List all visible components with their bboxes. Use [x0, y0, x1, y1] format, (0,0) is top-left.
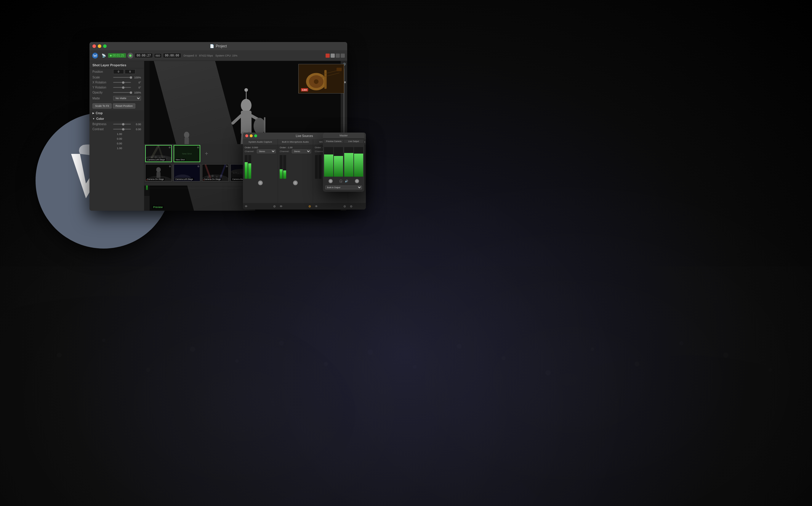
- svg-point-17: [679, 341, 683, 345]
- ls-minimize-button[interactable]: [250, 134, 253, 137]
- shot-label-left-stage-2: Camera-Left-Stage: [175, 178, 194, 180]
- position-x-input[interactable]: [113, 69, 124, 74]
- live-thumbnail-preview: Live: [298, 64, 344, 93]
- preview-meter-r: [334, 147, 343, 177]
- master-output-select[interactable]: Built-In Output: [325, 185, 362, 189]
- extra-value-3: 0.00: [113, 142, 122, 145]
- record-button[interactable]: [127, 53, 133, 59]
- panel-buttons: Scale To Fit Reset Position: [89, 101, 144, 110]
- stream-time-display: 00:01:25: [108, 53, 126, 58]
- master-meters: [324, 144, 363, 177]
- brightness-row: Brightness 0.00: [89, 121, 144, 126]
- svg-point-1: [0, 296, 355, 506]
- ls-footer-1: 👁 ⚙: [243, 203, 278, 209]
- svg-point-13: [501, 356, 506, 360]
- brightness-label: Brightness: [92, 122, 113, 126]
- ls-eye-icon-3[interactable]: 👁: [315, 205, 318, 208]
- shot-thumb-1[interactable]: Camera-Left-Stage ⚙: [145, 145, 172, 162]
- ls-knob-1[interactable]: [258, 180, 263, 185]
- ls-meter-fill-r-2: [283, 170, 286, 179]
- minimize-button[interactable]: [98, 45, 101, 48]
- iso-button[interactable]: ISO: [154, 53, 162, 58]
- add-shot-button[interactable]: +: [201, 145, 212, 162]
- opacity-thumb: [130, 91, 132, 94]
- ls-channel-select-2[interactable]: Stereo: [292, 150, 311, 153]
- contrast-slider[interactable]: [113, 129, 131, 130]
- svg-point-4: [102, 339, 106, 342]
- shot-label-1: Camera-Left-Stage: [146, 158, 166, 161]
- ls-eye-icon-2[interactable]: 👁: [280, 205, 283, 208]
- ls-settings-icon-4[interactable]: ⚙: [350, 205, 352, 208]
- status-lights: [326, 54, 345, 58]
- svg-point-19: [768, 368, 772, 372]
- live-sources-traffic-lights[interactable]: [245, 134, 257, 137]
- svg-point-8: [279, 341, 284, 346]
- ls-knob-2[interactable]: [293, 180, 298, 185]
- live-meter-fill-l: [344, 153, 353, 177]
- svg-point-74: [240, 172, 242, 173]
- ls-channel-select-1[interactable]: Stereo Left Right: [257, 150, 276, 153]
- x-rotation-row: X Rotation 0°: [89, 80, 144, 85]
- bitrate-stats: 87422 kbps: [199, 54, 213, 57]
- crop-section-header[interactable]: ▶ Crop: [89, 110, 144, 116]
- scale-slider[interactable]: [113, 77, 131, 78]
- ls-footer-3: 👁 ⚙: [313, 203, 348, 209]
- x-rotation-slider[interactable]: [113, 82, 131, 83]
- shot-settings-on-stage-2[interactable]: ⚙: [226, 165, 228, 168]
- opacity-slider[interactable]: [113, 92, 131, 93]
- maximize-button[interactable]: [103, 45, 107, 48]
- position-y-input[interactable]: [125, 69, 135, 74]
- shot-thumb-left-stage-2[interactable]: Camera-Left-Stage ⚙: [174, 164, 200, 181]
- ls-settings-icon-2[interactable]: ⚙: [309, 205, 311, 208]
- master-sub-headers: Preview Camera Live Output: [324, 140, 363, 143]
- master-headphone-icon[interactable]: 🎧: [339, 178, 342, 184]
- ls-order-label-1: Order: 0.000: [245, 146, 258, 149]
- brightness-slider[interactable]: [113, 124, 131, 124]
- reset-position-button[interactable]: Reset Position: [113, 103, 135, 109]
- opacity-label: Opacity: [92, 91, 113, 94]
- ls-close-button[interactable]: [245, 134, 248, 137]
- shot-settings-left-stage-2[interactable]: ⚙: [197, 165, 199, 168]
- y-rotation-slider-container: 0°: [113, 86, 141, 89]
- status-light-yellow: [331, 54, 335, 58]
- shot-settings-on-stage-1[interactable]: ⚙: [169, 165, 171, 168]
- matte-row: Matte No Matte: [89, 95, 144, 101]
- shot-thumb-on-stage-2[interactable]: Camera-On-Stage ⚙: [202, 164, 229, 181]
- svg-point-29: [254, 118, 265, 134]
- shot-settings-new[interactable]: ⚙: [197, 146, 199, 149]
- contrast-label: Contrast: [92, 128, 113, 131]
- status-light-red: [326, 54, 330, 58]
- matte-select[interactable]: No Matte: [113, 96, 141, 101]
- master-knob-1[interactable]: [329, 179, 333, 183]
- broadcast-icon[interactable]: 📡: [101, 53, 107, 59]
- ls-maximize-button[interactable]: [254, 134, 257, 137]
- traffic-lights[interactable]: [92, 45, 107, 48]
- scale-thumb: [130, 76, 132, 79]
- color-section-header[interactable]: ▼ Color: [89, 116, 144, 121]
- ls-settings-icon-1[interactable]: ⚙: [273, 205, 276, 208]
- svg-point-7: [235, 359, 239, 363]
- close-button[interactable]: [92, 45, 96, 48]
- live-output-header: Live Output: [344, 140, 363, 143]
- master-window-content: Preview Camera Live Output: [323, 139, 364, 192]
- shot-row-1: Camera-Left-Stage ⚙ New Shot New Shot ⚙ …: [144, 144, 258, 163]
- ls-settings-icon-3[interactable]: ⚙: [343, 205, 346, 208]
- scale-slider-container: 100%: [113, 76, 141, 79]
- y-rotation-slider[interactable]: [113, 87, 131, 88]
- ls-eye-icon-1[interactable]: 👁: [245, 205, 248, 208]
- brightness-slider-container: 0.00: [113, 123, 141, 126]
- ls-channel-label-2: Channel:: [280, 150, 291, 153]
- master-speaker-icon[interactable]: 🔊: [345, 178, 348, 184]
- master-window: Master Preview Camera Live Output: [323, 133, 364, 192]
- live-sources-title: Live Sources: [296, 134, 313, 138]
- master-knob-2[interactable]: [355, 179, 359, 183]
- shot-thumb-new[interactable]: New Shot New Shot ⚙: [174, 145, 200, 162]
- record-time-display: 00:00:27: [134, 53, 153, 58]
- scale-to-fit-button[interactable]: Scale To Fit: [92, 103, 112, 109]
- shot-settings-1[interactable]: ⚙: [168, 146, 171, 149]
- shot-thumb-on-stage-1[interactable]: Camera-On-Stage ⚙: [145, 164, 172, 181]
- live-time-display: 00:00:00: [163, 53, 181, 58]
- preview-meter-l: [324, 147, 333, 177]
- shot-label-new: New Shot: [175, 158, 186, 161]
- wirecast-toolbar-icon: [92, 53, 98, 59]
